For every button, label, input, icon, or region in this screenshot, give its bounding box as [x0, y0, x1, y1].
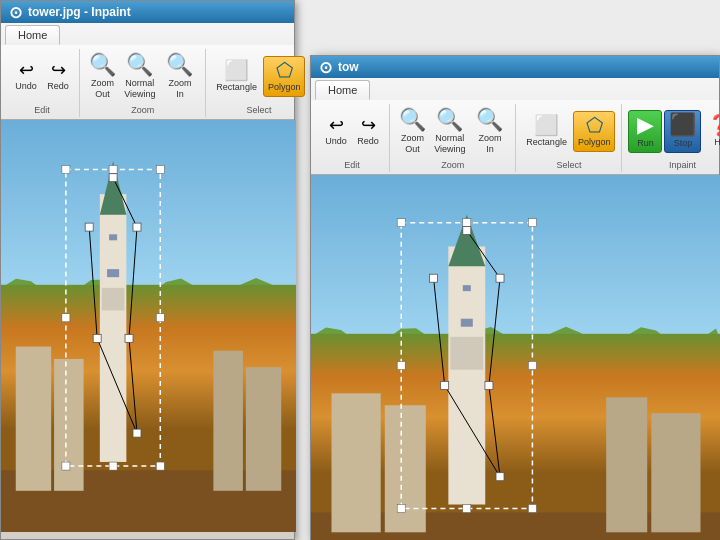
window1: ⊙ tower.jpg - Inpaint Home ↩ Undo ↪ Redo: [0, 0, 295, 540]
window2: ⊙ tow Home ↩ Undo ↪ Redo Edit: [310, 55, 720, 540]
zoom-group-w1: 🔍 Zoom Out 🔍 Normal Viewing 🔍 Zoom In Zo…: [80, 49, 206, 117]
scene-canvas-w2[interactable]: [311, 175, 720, 540]
window2-titlebar: ⊙ tow: [311, 56, 719, 78]
select-group-w1: ⬜ Rectangle ⬠ Polygon Select: [206, 49, 311, 117]
select-group-w2: ⬜ Rectangle ⬠ Polygon Select: [516, 104, 622, 172]
rectangle-btn-w1[interactable]: ⬜ Rectangle: [212, 57, 261, 96]
edit-group-w2: ↩ Undo ↪ Redo Edit: [315, 104, 390, 172]
window2-title: tow: [338, 60, 359, 74]
zoom-out-btn-w1[interactable]: 🔍 Zoom Out: [86, 51, 119, 103]
inpaint-group-w2: ▶ Run ⬛ Stop ❓ He Inpaint: [622, 104, 720, 172]
window2-ribbon: Home ↩ Undo ↪ Redo Edit: [311, 78, 719, 175]
normal-viewing-btn-w1[interactable]: 🔍 Normal Viewing: [121, 51, 158, 103]
tab-home-w2[interactable]: Home: [315, 80, 370, 100]
zoom-in-btn-w1[interactable]: 🔍 Zoom In: [161, 51, 200, 103]
zoom-in-btn-w2[interactable]: 🔍 Zoom In: [471, 106, 510, 158]
edit-group-w1: ↩ Undo ↪ Redo Edit: [5, 49, 80, 117]
help-btn-w2[interactable]: ❓ He: [703, 112, 720, 151]
undo-btn-w2[interactable]: ↩ Undo: [321, 113, 351, 150]
canvas-w2: [311, 175, 720, 540]
scene-canvas-w1[interactable]: [1, 120, 296, 532]
polygon-btn-w1[interactable]: ⬠ Polygon: [263, 56, 306, 97]
undo-btn-w1[interactable]: ↩ Undo: [11, 58, 41, 95]
stop-btn-w2[interactable]: ⬛ Stop: [664, 110, 701, 153]
redo-btn-w2[interactable]: ↪ Redo: [353, 113, 383, 150]
normal-viewing-btn-w2[interactable]: 🔍 Normal Viewing: [431, 106, 468, 158]
window1-titlebar: ⊙ tower.jpg - Inpaint: [1, 1, 294, 23]
window1-title: tower.jpg - Inpaint: [28, 5, 131, 19]
redo-btn-w1[interactable]: ↪ Redo: [43, 58, 73, 95]
polygon-btn-w2[interactable]: ⬠ Polygon: [573, 111, 616, 152]
tab-home-w1[interactable]: Home: [5, 25, 60, 45]
canvas-w1: [1, 120, 296, 532]
rectangle-btn-w2[interactable]: ⬜ Rectangle: [522, 112, 571, 151]
zoom-group-w2: 🔍 Zoom Out 🔍 Normal Viewing 🔍 Zoom In Zo…: [390, 104, 516, 172]
zoom-out-btn-w2[interactable]: 🔍 Zoom Out: [396, 106, 429, 158]
window1-ribbon: Home ↩ Undo ↪ Redo Edit: [1, 23, 294, 120]
run-btn-w2[interactable]: ▶ Run: [628, 110, 662, 153]
